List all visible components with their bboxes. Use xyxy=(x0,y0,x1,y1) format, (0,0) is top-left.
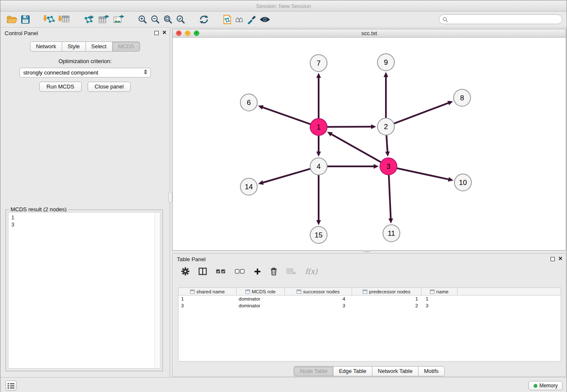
result-scrollbar[interactable] xyxy=(154,213,160,368)
graph-node-label-6: 6 xyxy=(247,99,250,107)
column-header-mcds-role[interactable]: MCDS role xyxy=(237,288,285,295)
save-session-button[interactable] xyxy=(19,13,32,26)
graph-edge-2-3[interactable] xyxy=(386,135,387,152)
export-network-button[interactable] xyxy=(82,13,96,26)
tab-edge-table[interactable]: Edge Table xyxy=(333,366,372,376)
plus-icon xyxy=(254,268,261,275)
table-float-icon[interactable] xyxy=(550,257,555,261)
tab-style[interactable]: Style xyxy=(62,41,86,52)
tab-network-table[interactable]: Network Table xyxy=(372,366,418,376)
delete-table-button[interactable] xyxy=(286,267,297,276)
graph-edge-1-6[interactable] xyxy=(263,108,310,124)
export-image-button[interactable] xyxy=(111,13,126,26)
graph-node-label-11: 11 xyxy=(388,229,395,237)
network-from-clipboard-button[interactable] xyxy=(221,13,234,26)
houses-icon: ⌂⌂ xyxy=(235,15,243,24)
node-table: shared nameMCDS rolesuccessor nodesprede… xyxy=(178,287,561,362)
table-toolbar: f(x) xyxy=(180,266,318,276)
graph-edge-arrow-2-8 xyxy=(447,101,453,105)
search-input[interactable] xyxy=(439,14,562,24)
zoom-fit-button[interactable] xyxy=(162,13,174,26)
table-row[interactable]: 1dominator411 xyxy=(179,295,561,302)
columns-icon xyxy=(198,268,207,275)
graph-edge-3-10[interactable] xyxy=(397,168,449,179)
column-header-predecessor-nodes[interactable]: predecessor nodes xyxy=(352,288,421,295)
paint-style-button[interactable] xyxy=(245,13,258,26)
float-panel-icon[interactable] xyxy=(154,31,159,35)
cell-predecessor-nodes[interactable]: 1 xyxy=(352,295,421,302)
close-panel-icon[interactable]: × xyxy=(162,29,166,36)
tab-network[interactable]: Network xyxy=(30,41,62,52)
import-table-button[interactable] xyxy=(57,13,72,26)
network-canvas[interactable]: 7968124314101511 xyxy=(173,38,566,250)
zoom-in-button[interactable] xyxy=(136,13,149,26)
column-header-label: shared name xyxy=(196,289,225,294)
trash-icon xyxy=(270,267,278,276)
tab-node-table[interactable]: Node Table xyxy=(294,366,333,376)
status-menu-button[interactable] xyxy=(6,381,17,391)
zoom-window-button[interactable]: + xyxy=(194,30,199,36)
column-header-name[interactable]: name xyxy=(421,288,457,295)
table-settings-button[interactable] xyxy=(180,266,190,276)
first-neighbors-button[interactable]: ⌂⌂ xyxy=(234,13,245,26)
graph-edge-1-2[interactable] xyxy=(328,127,371,127)
export-table-icon xyxy=(98,14,110,25)
zoom-selected-button[interactable] xyxy=(174,13,187,26)
import-network-button[interactable] xyxy=(42,13,57,26)
cell-predecessor-nodes[interactable]: 2 xyxy=(352,302,421,309)
run-mcds-button[interactable]: Run MCDS xyxy=(39,82,82,92)
panel-splitter-handle[interactable] xyxy=(168,192,172,203)
cell-mcds-role[interactable]: dominator xyxy=(237,295,285,302)
show-columns-button[interactable] xyxy=(198,267,208,276)
table-splitter-handle[interactable] xyxy=(363,250,370,252)
close-panel-button[interactable]: Close panel xyxy=(88,82,131,92)
main-toolbar: ⌂⌂ xyxy=(0,11,567,28)
export-table-button[interactable] xyxy=(96,13,111,26)
tab-select[interactable]: Select xyxy=(85,41,113,52)
zoom-out-button[interactable] xyxy=(149,13,162,26)
apply-layout-button[interactable] xyxy=(197,13,211,26)
control-panel-title: Control Panel xyxy=(5,30,38,36)
cell-shared-name[interactable]: 1 xyxy=(179,295,237,302)
select-stepper-icon xyxy=(144,69,147,75)
graph-edge-3-1[interactable] xyxy=(331,134,380,162)
tab-mcds[interactable]: MCDS xyxy=(112,41,140,52)
open-session-button[interactable] xyxy=(5,13,19,26)
gear-icon xyxy=(181,267,190,276)
column-header-label: MCDS role xyxy=(252,289,275,294)
optimization-select[interactable]: strongly connected component xyxy=(19,68,151,77)
column-header-shared-name[interactable]: shared name xyxy=(179,288,237,295)
control-panel-header: Control Panel × xyxy=(0,28,170,39)
graph-edge-3-11[interactable] xyxy=(389,175,391,218)
window-controls: × − + xyxy=(176,30,199,36)
memory-button[interactable]: Memory xyxy=(528,381,563,390)
window-titlebar[interactable]: Session: New Session xyxy=(0,0,567,11)
cell-shared-name[interactable]: 3 xyxy=(179,302,237,309)
application-window: Session: New Session xyxy=(0,0,567,392)
zoom-glyph: + xyxy=(195,31,198,35)
graph-edge-4-14[interactable] xyxy=(263,169,310,182)
show-graphics-details-button[interactable] xyxy=(258,13,272,26)
open-folder-icon xyxy=(6,15,17,24)
minimize-window-button[interactable]: − xyxy=(185,30,190,36)
cell-successor-nodes[interactable]: 4 xyxy=(285,295,352,302)
close-window-button[interactable]: × xyxy=(176,30,182,36)
graph-edge-2-8[interactable] xyxy=(394,103,449,123)
network-window-titlebar[interactable]: × − + scc.txt xyxy=(173,29,566,38)
cell-mcds-role[interactable]: dominator xyxy=(237,302,285,309)
select-all-columns-button[interactable] xyxy=(215,268,227,275)
cell-name[interactable]: 1 xyxy=(421,295,457,302)
create-column-button[interactable] xyxy=(253,267,262,276)
cell-name[interactable]: 3 xyxy=(421,302,457,309)
table-close-icon[interactable]: × xyxy=(559,255,562,262)
search-icon xyxy=(443,17,448,24)
delete-column-button[interactable] xyxy=(269,266,278,276)
unselect-all-columns-button[interactable] xyxy=(234,268,246,275)
cell-successor-nodes[interactable]: 3 xyxy=(285,302,352,309)
function-builder-button[interactable]: f(x) xyxy=(304,266,318,276)
column-header-successor-nodes[interactable]: successor nodes xyxy=(285,288,352,295)
table-row[interactable]: 3dominator323 xyxy=(179,302,561,309)
graph-node-label-2: 2 xyxy=(384,123,388,131)
tab-motifs[interactable]: Motifs xyxy=(418,366,445,376)
mcds-result-box[interactable]: 1 3 xyxy=(8,212,160,369)
